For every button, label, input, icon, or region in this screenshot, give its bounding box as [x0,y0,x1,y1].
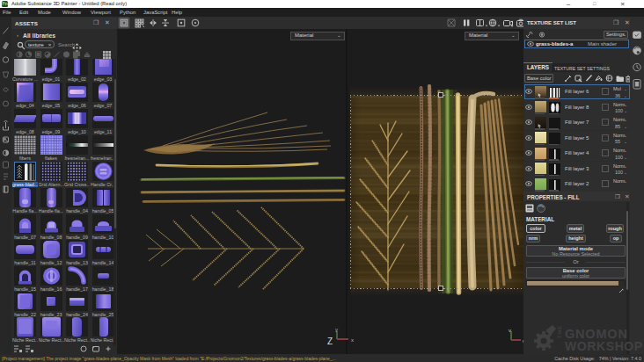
svg-text:WORKSHOP: WORKSHOP [565,339,643,353]
svg-text:x: x [351,337,354,343]
svg-text:y: y [335,327,338,332]
svg-text:v: v [509,328,511,333]
svg-text:Z: Z [327,337,333,346]
svg-text:THE: THE [557,325,562,338]
